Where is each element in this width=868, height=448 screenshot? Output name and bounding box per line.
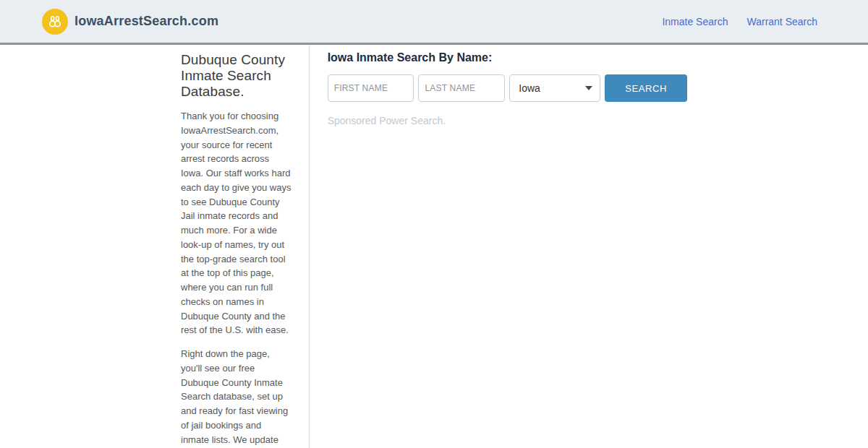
state-selected-value: Iowa (519, 82, 540, 94)
intro-section: Dubuque County Inmate Search Database. T… (181, 45, 310, 448)
site-header: IowaArrestSearch.com Inmate Search Warra… (0, 0, 868, 45)
last-name-input[interactable] (418, 74, 505, 102)
search-panel: Iowa Inmate Search By Name: Iowa SEARCH … (310, 45, 687, 448)
state-select[interactable]: Iowa (509, 74, 600, 102)
chevron-down-icon (585, 86, 592, 90)
brand-logo[interactable]: IowaArrestSearch.com (42, 9, 218, 35)
brand-name: IowaArrestSearch.com (75, 14, 218, 29)
search-panel-title: Iowa Inmate Search By Name: (328, 51, 687, 64)
intro-paragraph-1: Thank you for choosing IowaArrestSearch.… (181, 109, 292, 337)
search-button[interactable]: SEARCH (605, 74, 687, 102)
top-navigation: Inmate Search Warrant Search (662, 16, 817, 27)
main-content: Dubuque County Inmate Search Database. T… (181, 45, 687, 448)
page-title: Dubuque County Inmate Search Database. (181, 52, 292, 100)
search-form: Iowa SEARCH (328, 74, 687, 102)
intro-paragraph-2: Right down the page, you'll see our free… (181, 347, 292, 448)
nav-inmate-search[interactable]: Inmate Search (662, 16, 728, 27)
handcuffs-icon (42, 9, 68, 35)
sponsored-note: Sponsored Power Search. (328, 115, 687, 126)
nav-warrant-search[interactable]: Warrant Search (746, 16, 817, 27)
first-name-input[interactable] (328, 74, 414, 102)
